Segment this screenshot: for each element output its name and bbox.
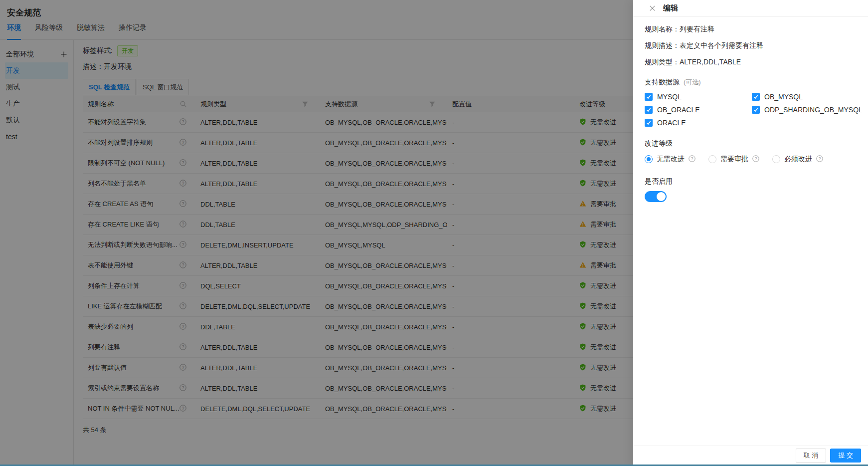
datasource-checkbox[interactable]: MYSQL — [645, 91, 752, 102]
datasource-group-label: 支持数据源 — [645, 78, 680, 87]
field-value: 表定义中各个列需要有注释 — [680, 41, 763, 49]
checkbox-label: MYSQL — [657, 93, 682, 101]
security-spec-page: 安全规范 环境风险等级脱敏算法操作记录 全部环境 开发测试生产默认test 标签… — [0, 0, 868, 466]
svg-text:?: ? — [755, 156, 757, 161]
checkbox-checked-icon — [752, 93, 760, 101]
rule-field: 规则类型：ALTER,DDL,TABLE — [645, 56, 856, 67]
svg-text:?: ? — [819, 156, 821, 161]
radio-icon — [708, 155, 716, 163]
improve-level-label: 改进等级 — [645, 139, 856, 148]
checkbox-checked-icon — [645, 93, 653, 101]
checkbox-checked-icon — [752, 106, 760, 114]
field-label: 规则类型： — [645, 58, 680, 66]
drawer-header: 编辑 — [633, 0, 868, 17]
optional-hint: (可选) — [684, 78, 701, 87]
datasource-checkbox[interactable]: OB_ORACLE — [645, 104, 752, 115]
cancel-button[interactable]: 取 消 — [796, 449, 827, 463]
help-icon[interactable]: ? — [689, 155, 695, 162]
improve-level-radio[interactable]: 需要审批 ? — [708, 155, 759, 164]
help-icon[interactable]: ? — [752, 155, 759, 162]
field-label: 规则描述： — [645, 41, 680, 49]
edit-rule-drawer: 编辑 规则名称：列要有注释规则描述：表定义中各个列需要有注释规则类型：ALTER… — [633, 0, 868, 466]
drawer-title: 编辑 — [663, 3, 678, 13]
radio-label: 必须改进 — [784, 155, 812, 164]
radio-icon — [645, 155, 653, 163]
close-icon[interactable] — [649, 5, 656, 11]
field-value: ALTER,DDL,TABLE — [680, 58, 741, 66]
enable-label: 是否启用 — [645, 177, 856, 186]
field-value: 列要有注释 — [680, 25, 714, 33]
improve-level-radio[interactable]: 必须改进 ? — [772, 155, 823, 164]
datasource-checkbox[interactable]: ODP_SHARDING_OB_MYSQL — [752, 104, 863, 115]
datasource-checkbox[interactable]: ORACLE — [645, 117, 752, 128]
improve-level-radio[interactable]: 无需改进 ? — [645, 155, 695, 164]
checkbox-label: OB_ORACLE — [657, 106, 700, 114]
checkbox-label: OB_MYSQL — [764, 93, 803, 101]
radio-label: 需要审批 — [720, 155, 748, 164]
enable-toggle[interactable] — [645, 191, 667, 202]
checkbox-label: ODP_SHARDING_OB_MYSQL — [764, 106, 863, 114]
submit-button[interactable]: 提 交 — [830, 449, 861, 463]
help-icon[interactable]: ? — [816, 155, 823, 162]
checkbox-label: ORACLE — [657, 119, 686, 127]
rule-field: 规则描述：表定义中各个列需要有注释 — [645, 40, 856, 51]
rule-field: 规则名称：列要有注释 — [645, 23, 856, 34]
svg-text:?: ? — [691, 156, 694, 161]
checkbox-checked-icon — [645, 106, 653, 114]
checkbox-checked-icon — [645, 119, 653, 127]
drawer-footer: 取 消 提 交 — [633, 446, 868, 466]
field-label: 规则名称： — [645, 25, 680, 33]
radio-icon — [772, 155, 780, 163]
radio-label: 无需改进 — [657, 155, 685, 164]
datasource-checkbox[interactable]: OB_MYSQL — [752, 91, 863, 102]
